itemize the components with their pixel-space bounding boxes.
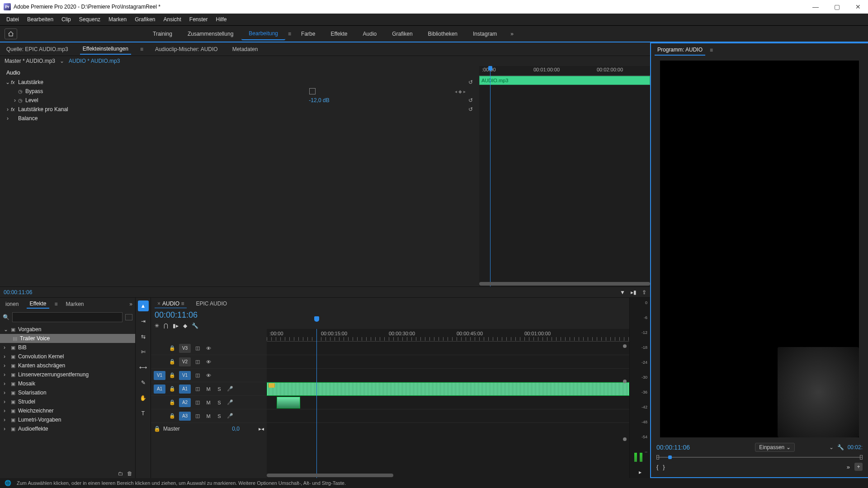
mark-out-button[interactable]: }	[663, 464, 665, 470]
slip-tool[interactable]: ⟷	[138, 362, 149, 373]
sync-lock-icon[interactable]: ◫	[193, 345, 202, 351]
twisty-presets[interactable]: ⌄	[4, 326, 8, 333]
tree-item[interactable]: Solarisation	[18, 389, 47, 396]
twisty-balance[interactable]: ›	[5, 115, 11, 122]
master-value[interactable]: 0,0	[232, 426, 240, 432]
delete-icon[interactable]: 🗑	[127, 470, 132, 477]
menu-graphics[interactable]: Grafiken	[131, 15, 159, 23]
workspace-libraries[interactable]: Bibliotheken	[421, 28, 465, 40]
clip-instance-label[interactable]: AUDIO * AUDIO.mp3	[69, 58, 120, 64]
timeline-timecode[interactable]: 00:00:11:06	[155, 310, 198, 320]
tab-source[interactable]: Quelle: EPIC AUDIO.mp3	[4, 44, 71, 54]
menu-sequence[interactable]: Sequenz	[75, 15, 104, 23]
tree-item[interactable]: Strudel	[18, 399, 35, 405]
program-scrubber[interactable]	[656, 455, 863, 460]
workspace-instagram[interactable]: Instagram	[466, 28, 504, 40]
tree-item[interactable]: Mosaik	[18, 380, 35, 387]
effect-controls-timecode[interactable]: 00:00:11:06	[4, 289, 32, 296]
track-select-tool[interactable]: ⇥	[138, 316, 149, 327]
tree-item[interactable]: Lumetri-Vorgaben	[18, 417, 61, 423]
timeline-tab-menu-icon[interactable]: ≡	[181, 300, 184, 307]
menu-marks[interactable]: Marken	[105, 15, 130, 23]
mini-scroll-thumb[interactable]	[479, 282, 650, 286]
tab-options-cut[interactable]: ionen	[3, 300, 21, 308]
twisty-channel-volume[interactable]: ›	[5, 106, 11, 113]
workspace-color[interactable]: Farbe	[294, 28, 322, 40]
zoom-knob[interactable]	[623, 344, 627, 348]
twisty-level[interactable]: ›	[12, 97, 18, 103]
menu-help[interactable]: Hilfe	[212, 15, 231, 23]
fx-toggle-channel-volume[interactable]: fx	[11, 107, 18, 112]
tab-marks[interactable]: Marken	[63, 300, 87, 308]
tree-item[interactable]: Weichzeichner	[18, 408, 53, 414]
fx-toggle-volume[interactable]: fx	[11, 80, 18, 85]
effect-mini-timeline[interactable]: :00:00 00:01:00:00 00:02:00:00 AUDIO.mp3	[479, 66, 650, 286]
tree-item[interactable]: Linsenverzerrungsentfernung	[18, 371, 89, 378]
out-point-marker[interactable]	[860, 455, 863, 460]
bypass-checkbox[interactable]	[309, 88, 316, 94]
stopwatch-bypass-icon[interactable]: ◷	[18, 89, 25, 94]
track-target-v1[interactable]: V1	[179, 371, 191, 380]
tree-presets[interactable]: Vorgaben	[18, 326, 41, 333]
close-button[interactable]: ✕	[852, 1, 864, 12]
audio-clip-a1[interactable]	[267, 382, 629, 396]
overflow-transport-icon[interactable]: »	[847, 464, 850, 470]
tree-item[interactable]: Convolution Kernel	[18, 353, 64, 360]
export-frame-icon[interactable]: ⇪	[642, 289, 646, 296]
button-editor-icon[interactable]: +	[854, 463, 863, 471]
workspace-graphics[interactable]: Grafiken	[385, 28, 420, 40]
track-target-a1[interactable]: A1	[179, 385, 191, 394]
program-monitor[interactable]	[660, 61, 859, 437]
master-dropdown-icon[interactable]: ⌄	[60, 58, 64, 64]
play-only-icon[interactable]: ▸▮	[631, 289, 637, 296]
resolution-dropdown-icon[interactable]: ⌄	[829, 444, 834, 450]
tree-item[interactable]: Audioeffekte	[18, 426, 48, 432]
type-tool[interactable]: T	[138, 408, 149, 419]
reset-level-icon[interactable]: ↺	[468, 97, 473, 103]
solo-meter-icon[interactable]: ▸	[639, 469, 642, 475]
menu-edit[interactable]: Bearbeiten	[24, 15, 57, 23]
workspace-assembly[interactable]: Zusammenstellung	[180, 28, 241, 40]
zoom-knob[interactable]	[623, 380, 627, 383]
eye-icon[interactable]: 👁	[204, 346, 212, 351]
settings-icon[interactable]: 🔧	[192, 323, 198, 329]
level-value[interactable]: -12,0 dB	[309, 97, 329, 103]
maximize-button[interactable]: ▢	[830, 1, 844, 12]
minimize-button[interactable]: —	[809, 1, 822, 12]
new-folder-icon[interactable]: 🗀	[118, 470, 123, 477]
home-button[interactable]	[5, 28, 17, 39]
effects-tab-menu-icon[interactable]: ≡	[55, 301, 58, 307]
lower-overflow-icon[interactable]: »	[129, 301, 132, 307]
source-patch-a1[interactable]: A1	[154, 385, 165, 394]
workspace-menu-icon[interactable]: ≡	[286, 29, 293, 39]
filter-icon[interactable]: ▼	[620, 289, 625, 296]
track-target-a3[interactable]: A3	[179, 412, 191, 421]
hand-tool[interactable]: ✋	[138, 393, 149, 404]
zoom-select[interactable]: Einpassen ⌄	[755, 443, 794, 452]
razor-tool[interactable]: ✄	[138, 347, 149, 357]
menu-window[interactable]: Fenster	[186, 15, 212, 23]
track-target-v3[interactable]: V3	[179, 344, 191, 353]
add-marker-icon[interactable]: ▮▸	[173, 323, 179, 329]
selection-tool[interactable]: ▲	[138, 300, 149, 311]
mark-in-button[interactable]: {	[656, 464, 658, 470]
twisty-volume[interactable]: ⌄	[5, 79, 11, 85]
program-timecode[interactable]: 00:00:11:06	[656, 444, 690, 451]
wrench-icon[interactable]: 🔧	[837, 444, 844, 450]
zoom-knob[interactable]	[623, 437, 627, 441]
tree-item[interactable]: Kanten abschrägen	[18, 362, 65, 369]
solo-button[interactable]: S	[215, 386, 223, 392]
menu-clip[interactable]: Clip	[58, 15, 75, 23]
snap-icon[interactable]: ✳	[155, 323, 159, 329]
effect-tab-menu-icon[interactable]: ≡	[140, 46, 143, 52]
source-patch-v1[interactable]: V1	[154, 371, 165, 380]
track-target-v2[interactable]: V2	[179, 357, 191, 366]
timeline-scroll-thumb[interactable]	[267, 474, 393, 477]
reset-channel-volume-icon[interactable]: ↺	[468, 106, 473, 113]
stopwatch-level-icon[interactable]: ◷	[18, 98, 25, 103]
play-stop-icon[interactable]: ▸◂	[259, 426, 264, 432]
new-bin-icon[interactable]	[125, 314, 132, 320]
timeline-tab-epic-audio[interactable]: EPIC AUDIO	[193, 300, 230, 308]
workspace-training[interactable]: Training	[146, 28, 179, 40]
tab-metadata[interactable]: Metadaten	[230, 44, 261, 54]
